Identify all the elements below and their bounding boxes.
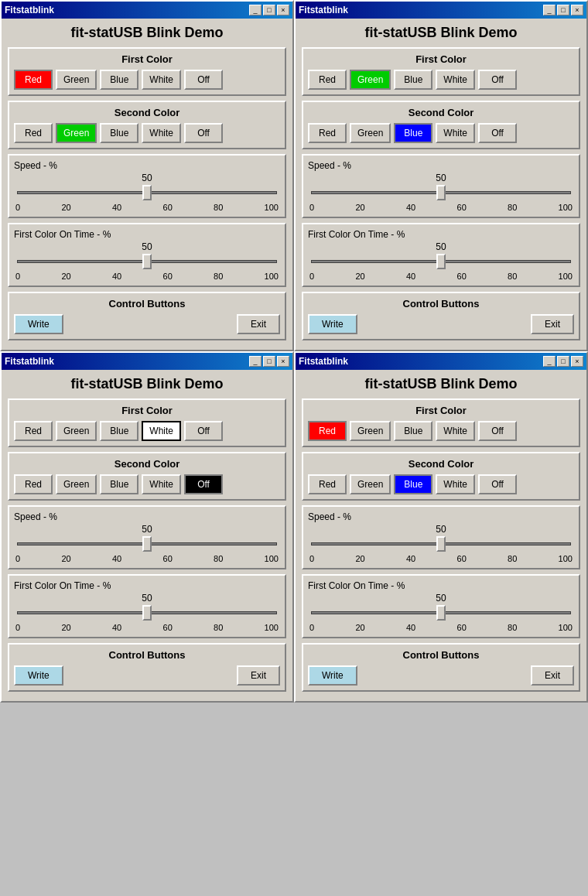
second-color-btn-red[interactable]: Red	[14, 123, 53, 143]
speed-tick: 100	[265, 203, 279, 212]
second-color-btn-red[interactable]: Red	[308, 123, 347, 143]
first-color-btn-white[interactable]: White	[142, 421, 181, 441]
speed-section: Speed - % 50 020406080100	[8, 154, 286, 218]
write-button[interactable]: Write	[14, 665, 63, 686]
ontime-tick: 80	[508, 623, 517, 632]
close-button[interactable]: ×	[277, 5, 289, 15]
ontime-tick: 0	[15, 623, 20, 632]
second-color-buttons: Red Green Blue White Off	[308, 123, 574, 143]
first-color-title: First Color	[308, 405, 574, 416]
first-color-btn-off[interactable]: Off	[184, 70, 223, 90]
speed-slider[interactable]	[311, 185, 571, 200]
first-color-btn-green[interactable]: Green	[350, 70, 391, 90]
close-button[interactable]: ×	[571, 5, 583, 15]
second-color-btn-green[interactable]: Green	[56, 474, 97, 494]
speed-label: Speed - %	[308, 511, 574, 522]
ontime-tick: 60	[457, 623, 467, 632]
maximize-button[interactable]: □	[263, 356, 275, 367]
first-color-btn-white[interactable]: White	[436, 70, 475, 90]
first-color-btn-off[interactable]: Off	[478, 70, 517, 90]
first-color-btn-blue[interactable]: Blue	[100, 70, 138, 90]
first-color-btn-white[interactable]: White	[436, 421, 475, 441]
close-button[interactable]: ×	[571, 356, 583, 367]
speed-tick: 80	[508, 554, 517, 563]
ontime-slider[interactable]	[17, 605, 277, 621]
second-color-btn-off[interactable]: Off	[478, 474, 517, 494]
second-color-btn-red[interactable]: Red	[308, 474, 347, 494]
speed-value: 50	[308, 524, 574, 535]
ontime-value: 50	[14, 241, 280, 252]
exit-button[interactable]: Exit	[237, 665, 280, 686]
second-color-title: Second Color	[308, 107, 574, 118]
ontime-tick: 20	[61, 623, 70, 632]
maximize-button[interactable]: □	[263, 5, 275, 15]
second-color-section: Second Color Red Green Blue White Off	[8, 101, 286, 149]
minimize-button[interactable]: _	[543, 356, 556, 367]
exit-button[interactable]: Exit	[531, 314, 574, 334]
first-color-btn-red[interactable]: Red	[308, 421, 347, 441]
second-color-btn-white[interactable]: White	[436, 474, 475, 494]
speed-section: Speed - % 50 020406080100	[302, 505, 580, 569]
maximize-button[interactable]: □	[557, 356, 569, 367]
ontime-label: First Color On Time - %	[308, 580, 574, 591]
first-color-btn-blue[interactable]: Blue	[394, 70, 432, 90]
second-color-btn-green[interactable]: Green	[350, 123, 391, 143]
second-color-btn-white[interactable]: White	[436, 123, 475, 143]
close-button[interactable]: ×	[277, 356, 289, 367]
exit-button[interactable]: Exit	[531, 665, 574, 686]
second-color-btn-blue[interactable]: Blue	[394, 474, 432, 494]
speed-slider[interactable]	[17, 536, 277, 552]
first-color-btn-red[interactable]: Red	[14, 70, 53, 90]
first-color-btn-blue[interactable]: Blue	[100, 421, 138, 441]
title-bar-text: Fitstatblink	[299, 356, 348, 367]
write-button[interactable]: Write	[14, 314, 63, 334]
ontime-tick: 80	[214, 623, 223, 632]
ontime-slider-container	[14, 605, 280, 623]
title-bar-buttons: _ □ ×	[543, 5, 583, 15]
minimize-button[interactable]: _	[249, 5, 262, 15]
first-color-btn-red[interactable]: Red	[14, 421, 53, 441]
second-color-btn-blue[interactable]: Blue	[100, 474, 138, 494]
first-color-btn-red[interactable]: Red	[308, 70, 347, 90]
minimize-button[interactable]: _	[543, 5, 556, 15]
write-button[interactable]: Write	[308, 314, 357, 334]
second-color-btn-red[interactable]: Red	[14, 474, 53, 494]
first-color-btn-green[interactable]: Green	[56, 421, 97, 441]
first-color-btn-green[interactable]: Green	[350, 421, 391, 441]
ontime-label: First Color On Time - %	[14, 580, 280, 591]
second-color-btn-off[interactable]: Off	[184, 474, 223, 494]
second-color-btn-green[interactable]: Green	[56, 123, 97, 143]
ontime-tick: 80	[508, 272, 517, 281]
ontime-slider[interactable]	[311, 605, 571, 621]
write-button[interactable]: Write	[308, 665, 357, 686]
first-color-btn-off[interactable]: Off	[184, 421, 223, 441]
second-color-btn-blue[interactable]: Blue	[394, 123, 432, 143]
second-color-section: Second Color Red Green Blue White Off	[302, 101, 580, 149]
first-color-btn-blue[interactable]: Blue	[394, 421, 432, 441]
speed-tick: 0	[15, 554, 20, 563]
second-color-btn-off[interactable]: Off	[184, 123, 223, 143]
ontime-tick: 40	[112, 272, 121, 281]
speed-slider[interactable]	[311, 536, 571, 552]
speed-slider[interactable]	[17, 185, 277, 200]
ontime-slider[interactable]	[17, 254, 277, 269]
second-color-btn-white[interactable]: White	[142, 123, 181, 143]
first-color-btn-off[interactable]: Off	[478, 421, 517, 441]
second-color-btn-off[interactable]: Off	[478, 123, 517, 143]
maximize-button[interactable]: □	[557, 5, 569, 15]
speed-tick: 80	[214, 203, 223, 212]
ontime-slider[interactable]	[311, 254, 571, 269]
speed-tick: 0	[309, 554, 314, 563]
speed-ticks: 020406080100	[14, 203, 280, 212]
second-color-title: Second Color	[14, 107, 280, 118]
speed-ticks: 020406080100	[308, 554, 574, 563]
exit-button[interactable]: Exit	[237, 314, 280, 334]
minimize-button[interactable]: _	[249, 356, 262, 367]
window-win1: Fitstatblink _ □ × fit-statUSB Blink Dem…	[0, 0, 294, 351]
second-color-btn-white[interactable]: White	[142, 474, 181, 494]
speed-tick: 0	[309, 203, 314, 212]
first-color-btn-white[interactable]: White	[142, 70, 181, 90]
second-color-btn-green[interactable]: Green	[350, 474, 391, 494]
second-color-btn-blue[interactable]: Blue	[100, 123, 138, 143]
first-color-btn-green[interactable]: Green	[56, 70, 97, 90]
